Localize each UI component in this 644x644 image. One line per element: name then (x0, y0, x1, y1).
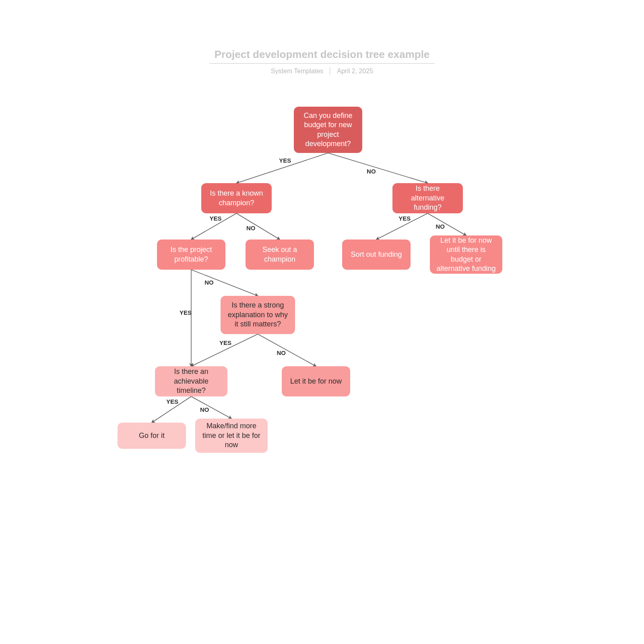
node-sortfund: Sort out funding (342, 239, 411, 270)
edge-explain-letbe (258, 334, 316, 366)
node-letbe_long: Let it be for now until there is budget … (430, 235, 502, 274)
node-text: Let it be for now until there is budget … (436, 236, 497, 274)
node-seek: Seek out a champion (246, 239, 314, 270)
edge-label-yes: YES (398, 215, 411, 221)
edge-label-no: NO (367, 168, 376, 175)
node-altfund: Is there alternative funding? (392, 183, 463, 213)
edge-label-yes: YES (209, 215, 221, 221)
edge-label-yes: YES (180, 309, 192, 316)
edge-label-yes: YES (166, 398, 178, 405)
edge-label-no: NO (246, 224, 256, 231)
edge-label-no: NO (277, 349, 286, 356)
node-gofor: Go for it (118, 423, 186, 449)
edge-root-altfund (328, 153, 428, 183)
edge-label-no: NO (204, 279, 214, 285)
diagram-canvas (0, 0, 644, 644)
edge-label-yes: YES (219, 339, 231, 346)
node-champion: Is there a known champion? (201, 183, 272, 213)
edge-label-no: NO (436, 223, 445, 230)
node-maketime: Make/find more time or let it be for now (195, 419, 268, 453)
node-text: Make/find more time or let it be for now (201, 421, 262, 450)
node-text: Is there an achievable timeline? (161, 367, 222, 395)
node-text: Can you define budget for new project de… (299, 111, 357, 149)
edge-champion-seek (237, 213, 280, 239)
node-explain: Is there a strong explanation to why it … (221, 296, 295, 334)
node-text: Is there a strong explanation to why it … (226, 301, 289, 329)
node-text: Go for it (139, 431, 165, 440)
node-text: Let it be for now (290, 377, 342, 386)
edge-profitable-explain (191, 270, 258, 296)
node-text: Seek out a champion (251, 245, 308, 264)
node-text: Sort out funding (351, 250, 402, 259)
edge-altfund-letbe_long (428, 213, 466, 235)
node-timeline: Is there an achievable timeline? (155, 366, 227, 396)
edge-label-no: NO (200, 406, 209, 413)
node-root: Can you define budget for new project de… (294, 107, 362, 153)
node-text: Is the project profitable? (163, 245, 220, 264)
node-profitable: Is the project profitable? (157, 239, 225, 270)
edge-timeline-maketime (191, 396, 231, 419)
node-text: Is there alternative funding? (398, 184, 457, 212)
node-letbe: Let it be for now (282, 366, 350, 396)
edge-label-yes: YES (279, 157, 291, 164)
node-text: Is there a known champion? (207, 189, 266, 208)
